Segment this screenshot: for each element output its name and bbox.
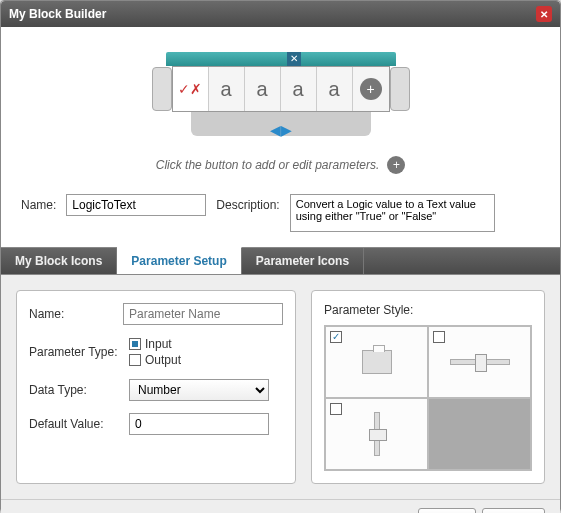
name-label: Name: [21,194,56,212]
block-icon-segment[interactable]: ✓✗ [173,67,209,111]
window-title: My Block Builder [9,7,106,21]
param-type-output-radio[interactable]: Output [129,353,181,367]
block-cap-left [152,67,172,111]
block-cap-right [390,67,410,111]
tab-parameter-icons[interactable]: Parameter Icons [242,248,364,274]
block-body: ✓✗ a a a a + [152,66,410,112]
style-option-hslider[interactable] [428,326,531,398]
close-icon: ✕ [540,9,548,20]
param-segment[interactable]: a [281,67,317,111]
param-name-label: Name: [29,307,123,321]
titlebar: My Block Builder ✕ [1,1,560,27]
block-footer: ◀▶ [191,112,371,136]
plug-style-icon [362,350,392,374]
plus-icon: + [393,158,400,172]
plus-icon: + [360,78,382,100]
style-option-disabled [428,398,531,470]
hint-row: Click the button to add or edit paramete… [21,156,540,174]
block-name-input[interactable] [66,194,206,216]
radio-checked-icon [129,338,141,350]
name-desc-row: Name: Description: [1,184,560,247]
data-type-label: Data Type: [29,383,129,397]
block-preview: ✕ ✓✗ a a a a + ◀▶ [152,52,410,136]
param-style-panel: Parameter Style: [311,290,545,484]
style-option-vslider[interactable] [325,398,428,470]
finish-button[interactable]: Finish [418,508,476,513]
cancel-button[interactable]: Cancel [482,508,545,513]
param-type-input-radio[interactable]: Input [129,337,181,351]
dialog-footer: Finish Cancel [1,499,560,513]
param-form-panel: Name: Parameter Type: Input Output [16,290,296,484]
horizontal-slider-icon [450,359,510,365]
block-description-input[interactable] [290,194,495,232]
close-button[interactable]: ✕ [536,6,552,22]
block-ruler: ✕ [166,52,396,66]
add-param-button[interactable]: + [387,156,405,174]
vertical-slider-icon [374,412,380,456]
add-param-segment[interactable]: + [353,67,389,111]
data-type-select[interactable]: Number [129,379,269,401]
param-type-label: Parameter Type: [29,345,129,359]
default-value-label: Default Value: [29,417,129,431]
default-value-input[interactable] [129,413,269,435]
block-preview-area: ✕ ✓✗ a a a a + ◀▶ Click the button to ad… [1,27,560,184]
radio-unchecked-icon [129,354,141,366]
param-segment[interactable]: a [209,67,245,111]
param-name-input[interactable] [123,303,283,325]
param-segment[interactable]: a [317,67,353,111]
logic-icon: ✓✗ [178,81,202,97]
checkbox-checked-icon [330,331,342,343]
checkbox-icon [433,331,445,343]
block-segments: ✓✗ a a a a + [172,66,390,112]
param-type-group: Input Output [129,337,181,367]
hint-text: Click the button to add or edit paramete… [156,158,379,172]
tab-my-block-icons[interactable]: My Block Icons [1,248,117,274]
radio-label: Input [145,337,172,351]
tab-content: Name: Parameter Type: Input Output [1,275,560,499]
tabs-bar: My Block Icons Parameter Setup Parameter… [1,247,560,275]
param-style-label: Parameter Style: [324,303,532,317]
description-label: Description: [216,194,279,212]
delete-param-icon[interactable]: ✕ [287,52,301,66]
style-option-plug[interactable] [325,326,428,398]
style-grid [324,325,532,471]
param-segment[interactable]: a [245,67,281,111]
checkbox-icon [330,403,342,415]
dialog-window: My Block Builder ✕ ✕ ✓✗ a a a a + [0,0,561,513]
reorder-arrows-icon[interactable]: ◀▶ [270,122,292,138]
tab-parameter-setup[interactable]: Parameter Setup [117,247,241,274]
radio-label: Output [145,353,181,367]
